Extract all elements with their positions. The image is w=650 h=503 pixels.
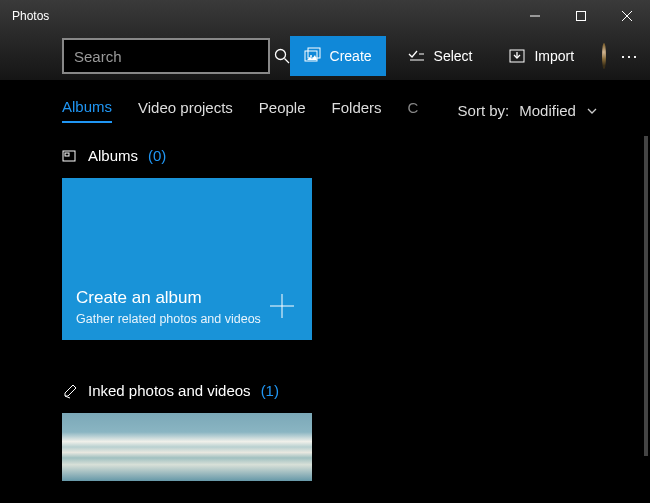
tab-video-projects[interactable]: Video projects bbox=[138, 99, 233, 122]
minimize-button[interactable] bbox=[512, 0, 558, 32]
window-controls bbox=[512, 0, 650, 32]
ellipsis-icon: ⋯ bbox=[620, 46, 638, 66]
close-icon bbox=[622, 11, 632, 21]
create-label: Create bbox=[330, 48, 372, 64]
create-album-subtitle: Gather related photos and videos bbox=[76, 312, 298, 326]
svg-rect-1 bbox=[577, 12, 586, 21]
plus-icon bbox=[268, 292, 296, 320]
create-icon bbox=[304, 47, 322, 65]
maximize-button[interactable] bbox=[558, 0, 604, 32]
content-area: Albums (0) Create an album Gather relate… bbox=[0, 133, 650, 481]
tab-folders[interactable]: Folders bbox=[332, 99, 382, 122]
close-button[interactable] bbox=[604, 0, 650, 32]
sort-value: Modified bbox=[519, 102, 576, 119]
svg-point-8 bbox=[310, 55, 312, 57]
albums-count: (0) bbox=[148, 147, 166, 164]
inked-section-header: Inked photos and videos (1) bbox=[62, 382, 650, 399]
tab-albums[interactable]: Albums bbox=[62, 98, 112, 123]
create-album-tile[interactable]: Create an album Gather related photos an… bbox=[62, 178, 312, 340]
toolbar: Create Select Import ⋯ bbox=[0, 32, 650, 80]
search-input[interactable] bbox=[64, 48, 274, 65]
titlebar: Photos bbox=[0, 0, 650, 32]
user-avatar[interactable] bbox=[602, 43, 606, 69]
pen-icon bbox=[62, 383, 78, 399]
video-thumbnail[interactable] bbox=[62, 413, 312, 481]
search-button[interactable] bbox=[274, 48, 290, 64]
window-title: Photos bbox=[0, 9, 512, 23]
albums-section-label: Albums bbox=[88, 147, 138, 164]
sort-label: Sort by: bbox=[458, 102, 510, 119]
svg-line-5 bbox=[285, 59, 290, 64]
tab-people[interactable]: People bbox=[259, 99, 306, 122]
inked-count: (1) bbox=[261, 382, 279, 399]
svg-rect-14 bbox=[65, 153, 69, 156]
maximize-icon bbox=[576, 11, 586, 21]
svg-point-4 bbox=[276, 50, 286, 60]
scrollbar[interactable] bbox=[644, 136, 648, 456]
create-album-title: Create an album bbox=[76, 288, 298, 308]
albums-section-header: Albums (0) bbox=[62, 147, 650, 164]
albums-icon bbox=[62, 148, 78, 164]
chevron-down-icon bbox=[586, 105, 598, 117]
sort-control[interactable]: Sort by: Modified bbox=[458, 102, 598, 119]
inked-section: Inked photos and videos (1) bbox=[62, 382, 650, 481]
import-icon bbox=[508, 47, 526, 65]
more-button[interactable]: ⋯ bbox=[620, 45, 638, 67]
import-label: Import bbox=[534, 48, 574, 64]
select-button[interactable]: Select bbox=[394, 36, 487, 76]
minimize-icon bbox=[530, 11, 540, 21]
inked-section-label: Inked photos and videos bbox=[88, 382, 251, 399]
tabs-row: Albums Video projects People Folders C S… bbox=[0, 80, 650, 133]
import-button[interactable]: Import bbox=[494, 36, 588, 76]
select-label: Select bbox=[434, 48, 473, 64]
select-icon bbox=[408, 47, 426, 65]
create-button[interactable]: Create bbox=[290, 36, 386, 76]
search-icon bbox=[274, 48, 290, 64]
tab-overflow[interactable]: C bbox=[408, 99, 418, 122]
search-box[interactable] bbox=[62, 38, 270, 74]
